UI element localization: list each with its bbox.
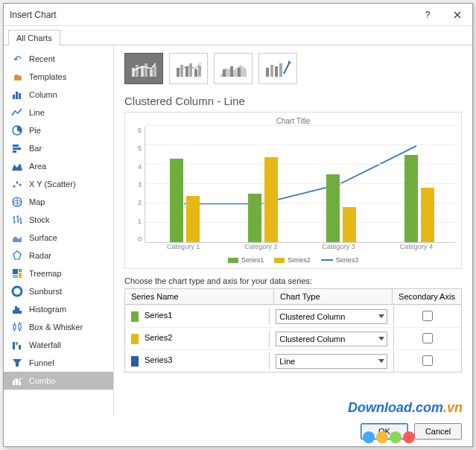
subtype-custom-combination[interactable]: [258, 53, 297, 84]
sidebar-item-histogram[interactable]: Histogram: [4, 300, 113, 318]
svg-rect-46: [230, 66, 233, 77]
ok-button[interactable]: OK: [361, 423, 408, 440]
svg-rect-50: [275, 66, 278, 77]
svg-rect-16: [13, 275, 18, 278]
sidebar-item-sunburst[interactable]: Sunburst: [4, 282, 113, 300]
subtype-stacked-area-clustered-column[interactable]: [214, 53, 253, 84]
svg-rect-51: [279, 63, 282, 77]
svg-point-8: [13, 186, 16, 188]
sidebar-item-combo[interactable]: Combo: [4, 372, 113, 390]
svg-rect-32: [132, 68, 135, 77]
combo-subtype-row: [124, 53, 462, 84]
funnel-icon: [11, 357, 23, 369]
chart-type-select[interactable]: [276, 332, 387, 346]
sidebar-item-funnel[interactable]: Funnel: [4, 354, 113, 372]
sidebar-item-label: Surface: [29, 233, 57, 242]
series-name-cell: Series3: [145, 355, 172, 364]
svg-rect-14: [19, 269, 22, 272]
sidebar-item-area[interactable]: Area: [4, 157, 113, 175]
legend-item-series2: Series2: [274, 256, 311, 264]
templates-icon: 🖿: [11, 71, 23, 83]
svg-rect-34: [141, 66, 144, 77]
scatter-icon: [11, 178, 23, 190]
legend-line: [321, 259, 333, 261]
content-pane: Clustered Column - Line Chart Title 0123…: [114, 45, 472, 416]
window-title: Insert Chart: [10, 10, 57, 20]
chart-category-sidebar: ↶Recent 🖿Templates Column Line Pie Bar A…: [4, 45, 114, 416]
secondary-axis-checkbox[interactable]: [422, 333, 433, 343]
subtype-clustered-column-line[interactable]: [124, 53, 163, 84]
sidebar-item-recent[interactable]: ↶Recent: [4, 50, 113, 68]
help-button[interactable]: ?: [413, 4, 442, 26]
legend-swatch: [228, 258, 238, 263]
table-row: Series1: [125, 305, 461, 327]
svg-point-9: [16, 182, 19, 184]
waterfall-icon: [11, 339, 23, 351]
surface-icon: [11, 232, 23, 244]
svg-point-18: [16, 290, 19, 294]
svg-rect-13: [13, 269, 18, 274]
sidebar-item-label: Line: [29, 108, 45, 117]
svg-rect-19: [13, 310, 15, 314]
sidebar-item-label: Treemap: [29, 269, 62, 278]
svg-rect-40: [185, 66, 188, 77]
svg-rect-41: [189, 63, 192, 77]
secondary-axis-checkbox[interactable]: [422, 311, 433, 321]
chart-type-select[interactable]: [276, 354, 387, 369]
subtype-clustered-column-line-secondary[interactable]: [169, 53, 208, 84]
sidebar-item-bar[interactable]: Bar: [4, 139, 113, 157]
sidebar-item-line[interactable]: Line: [4, 104, 113, 121]
table-row: Series2: [125, 327, 461, 349]
tab-all-charts[interactable]: All Charts: [8, 30, 60, 45]
series-name-cell: Series1: [145, 311, 172, 320]
svg-rect-4: [13, 145, 19, 147]
svg-rect-48: [266, 68, 269, 77]
chart-preview: Chart Title 0123456 Category 1Category 2…: [124, 112, 462, 269]
sidebar-item-label: Funnel: [29, 358, 54, 367]
sidebar-item-label: Area: [29, 162, 46, 171]
pie-icon: [11, 124, 23, 136]
sidebar-item-stock[interactable]: Stock: [4, 211, 113, 229]
series-swatch: [131, 311, 139, 322]
svg-rect-26: [16, 342, 18, 345]
sidebar-item-treemap[interactable]: Treemap: [4, 264, 113, 282]
svg-rect-39: [180, 65, 183, 77]
sidebar-item-templates[interactable]: 🖿Templates: [4, 68, 113, 86]
sidebar-item-waterfall[interactable]: Waterfall: [4, 336, 113, 354]
svg-rect-6: [13, 150, 16, 153]
svg-rect-5: [13, 148, 21, 150]
svg-rect-27: [19, 345, 21, 349]
sidebar-item-radar[interactable]: Radar: [4, 247, 113, 264]
tab-strip: All Charts: [4, 26, 472, 45]
secondary-axis-checkbox[interactable]: [422, 355, 433, 366]
col-secondary-axis: Secondary Axis: [393, 289, 461, 304]
dialog-body: ↶Recent 🖿Templates Column Line Pie Bar A…: [4, 45, 472, 416]
sidebar-item-boxwhisker[interactable]: Box & Whisker: [4, 318, 113, 336]
bar-icon: [11, 142, 23, 154]
sidebar-item-label: Column: [29, 90, 57, 99]
svg-marker-28: [13, 359, 22, 367]
close-button[interactable]: [442, 4, 472, 26]
x-axis-labels: Category 1Category 2Category 3Category 4: [145, 243, 455, 253]
cancel-button[interactable]: Cancel: [414, 423, 462, 440]
sidebar-item-label: Combo: [29, 376, 55, 385]
sidebar-item-column[interactable]: Column: [4, 86, 113, 104]
sidebar-item-label: X Y (Scatter): [29, 180, 76, 188]
col-chart-type: Chart Type: [274, 289, 393, 304]
table-header: Series Name Chart Type Secondary Axis: [125, 289, 461, 305]
chart-plot: [145, 127, 455, 243]
combo-icon: [11, 375, 23, 387]
close-icon: [454, 11, 461, 19]
sidebar-item-pie[interactable]: Pie: [4, 121, 113, 139]
sidebar-item-label: Templates: [29, 72, 66, 81]
sidebar-item-surface[interactable]: Surface: [4, 229, 113, 247]
sidebar-item-map[interactable]: Map: [4, 193, 113, 211]
svg-marker-12: [13, 251, 21, 259]
svg-rect-22: [19, 311, 22, 314]
chart-type-select[interactable]: [276, 309, 387, 324]
svg-rect-38: [177, 68, 180, 77]
sidebar-item-scatter[interactable]: X Y (Scatter): [4, 175, 113, 193]
sunburst-icon: [11, 285, 23, 297]
chart-legend: Series1 Series2 Series3: [131, 253, 455, 265]
y-axis: 0123456: [131, 127, 145, 253]
